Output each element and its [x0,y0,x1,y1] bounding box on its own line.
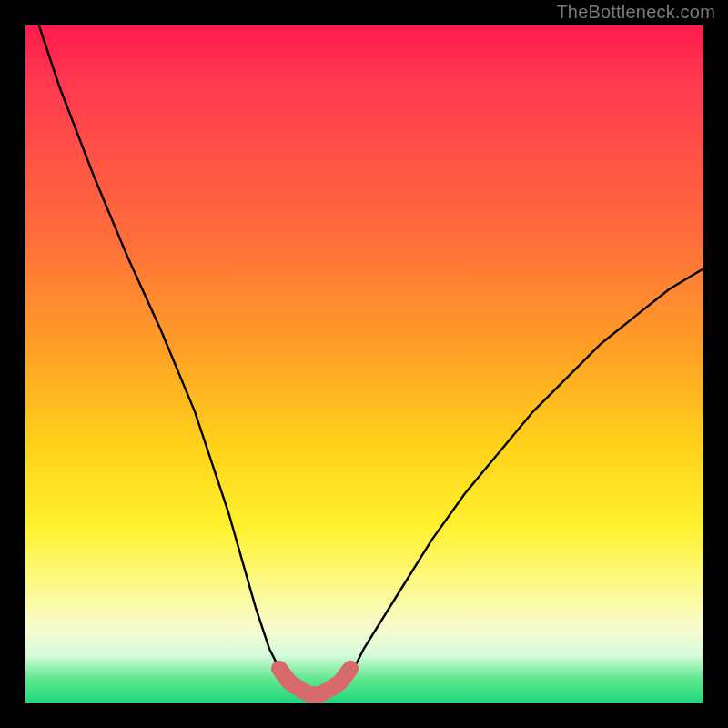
watermark-text: TheBottleneck.com [556,2,715,23]
curve-svg [25,25,703,703]
highlight-markers [279,669,350,694]
plot-area [25,25,703,703]
bottleneck-curve [39,25,703,696]
chart-frame: TheBottleneck.com [0,0,728,728]
